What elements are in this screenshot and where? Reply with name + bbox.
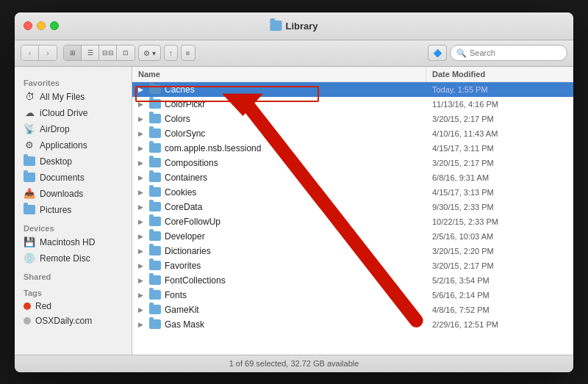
file-date-cell: 3/20/15, 2:17 PM bbox=[426, 113, 573, 125]
hard-disk-icon: 💾 bbox=[24, 236, 35, 248]
table-row[interactable]: ▶ Gas Mask 2/29/16, 12:51 PM bbox=[132, 317, 573, 332]
table-row[interactable]: ▶ Compositions 3/20/15, 2:17 PM bbox=[132, 156, 573, 170]
file-name-cell: ▶ Cookies bbox=[132, 186, 426, 199]
file-date-cell: 4/10/16, 11:43 AM bbox=[426, 128, 573, 140]
window-title: Library bbox=[270, 21, 318, 32]
name-column-header[interactable]: Name bbox=[132, 67, 426, 81]
table-row[interactable]: ▶ com.apple.nsb.lsessiond 4/15/17, 3:11 … bbox=[132, 141, 573, 156]
table-row[interactable]: ▶ Colors 3/20/15, 2:17 PM bbox=[132, 112, 573, 126]
shared-label: Shared bbox=[15, 267, 132, 283]
chevron-right-icon: ▶ bbox=[138, 203, 146, 211]
search-icon: 🔍 bbox=[456, 48, 467, 58]
table-row[interactable]: ▶ Caches Today, 1:55 PM bbox=[132, 82, 573, 97]
path-button[interactable]: ≡ bbox=[181, 45, 196, 61]
table-row[interactable]: ▶ CoreFollowUp 10/22/15, 2:33 PM bbox=[132, 214, 573, 229]
chevron-right-icon: ▶ bbox=[138, 277, 146, 284]
file-date-cell: 9/30/15, 2:33 PM bbox=[426, 201, 573, 213]
table-row[interactable]: ▶ Cookies 4/15/17, 3:13 PM bbox=[132, 185, 573, 200]
sidebar-item-all-my-files[interactable]: ⏱ All My Files bbox=[15, 89, 132, 105]
sidebar-item-tag-osxdaily[interactable]: OSXDaily.com bbox=[15, 314, 132, 328]
file-name-cell: ▶ com.apple.nsb.lsessiond bbox=[132, 142, 426, 155]
minimize-button[interactable] bbox=[37, 21, 46, 30]
column-view-button[interactable]: ⊟⊟ bbox=[99, 46, 117, 60]
file-name-cell: ▶ Gas Mask bbox=[132, 318, 426, 331]
maximize-button[interactable] bbox=[50, 21, 59, 30]
toolbar: ‹ › ⊞ ☰ ⊟⊟ ⊡ ⚙ ▾ ↑ ≡ 🔷 🔍 bbox=[15, 40, 573, 67]
table-row[interactable]: ▶ CoreData 9/30/15, 2:33 PM bbox=[132, 200, 573, 214]
folder-icon bbox=[149, 84, 161, 94]
icon-view-button[interactable]: ⊞ bbox=[64, 46, 82, 60]
file-name-cell: ▶ Developer bbox=[132, 230, 426, 243]
chevron-right-icon: ▶ bbox=[138, 218, 146, 225]
folder-icon bbox=[149, 246, 161, 256]
chevron-right-icon: ▶ bbox=[138, 262, 146, 269]
downloads-icon: 📥 bbox=[24, 188, 35, 200]
search-input[interactable] bbox=[470, 48, 561, 57]
close-button[interactable] bbox=[24, 21, 32, 30]
content-area: Favorites ⏱ All My Files ☁ iCloud Drive … bbox=[15, 67, 573, 355]
table-row[interactable]: ▶ ColorPickr 11/13/16, 4:16 PM bbox=[132, 97, 573, 112]
chevron-right-icon: ▶ bbox=[138, 306, 146, 314]
folder-icon bbox=[149, 99, 161, 109]
action-button[interactable]: ⚙ ▾ bbox=[138, 45, 161, 61]
file-name-cell: ▶ Fonts bbox=[132, 289, 426, 302]
sidebar-item-applications[interactable]: ⚙ Applications bbox=[15, 137, 132, 153]
sidebar-item-tag-red[interactable]: Red bbox=[15, 299, 132, 314]
table-row[interactable]: ▶ FontCollections 5/2/16, 3:54 PM bbox=[132, 273, 573, 288]
folder-icon bbox=[270, 21, 282, 31]
file-date-cell: 4/15/17, 3:11 PM bbox=[426, 142, 573, 154]
table-row[interactable]: ▶ Dictionaries 3/20/15, 2:20 PM bbox=[132, 244, 573, 258]
applications-icon: ⚙ bbox=[24, 140, 35, 151]
folder-icon bbox=[149, 187, 161, 197]
sidebar-item-downloads[interactable]: 📥 Downloads bbox=[15, 186, 132, 202]
sidebar-item-pictures[interactable]: Pictures bbox=[15, 202, 132, 218]
file-list: Name Date Modified ▶ Caches Today, 1:55 … bbox=[132, 67, 573, 355]
file-name-cell: ▶ GameKit bbox=[132, 303, 426, 316]
file-name-cell: ▶ Caches bbox=[132, 83, 426, 96]
file-date-cell: 3/20/15, 2:17 PM bbox=[426, 157, 573, 169]
folder-icon bbox=[149, 305, 161, 314]
folder-icon bbox=[149, 231, 161, 241]
file-name-cell: ▶ Containers bbox=[132, 171, 426, 184]
table-row[interactable]: ▶ GameKit 4/8/16, 7:52 PM bbox=[132, 303, 573, 317]
search-box[interactable]: 🔍 bbox=[450, 45, 567, 61]
table-row[interactable]: ▶ Fonts 5/6/16, 2:14 PM bbox=[132, 288, 573, 303]
sidebar-item-desktop[interactable]: Desktop bbox=[15, 153, 132, 170]
forward-button[interactable]: › bbox=[39, 46, 57, 60]
file-list-header: Name Date Modified bbox=[132, 67, 573, 82]
chevron-right-icon: ▶ bbox=[138, 321, 146, 328]
chevron-right-icon: ▶ bbox=[138, 247, 146, 255]
nav-buttons[interactable]: ‹ › bbox=[21, 45, 57, 61]
sidebar-item-documents[interactable]: Documents bbox=[15, 170, 132, 186]
sidebar-item-remote-disc[interactable]: 💿 Remote Disc bbox=[15, 250, 132, 267]
folder-icon bbox=[149, 202, 161, 211]
clock-icon: ⏱ bbox=[24, 91, 35, 103]
desktop-folder-icon bbox=[24, 156, 35, 167]
table-row[interactable]: ▶ Containers 6/8/16, 9:31 AM bbox=[132, 170, 573, 185]
file-date-cell: 6/8/16, 9:31 AM bbox=[426, 172, 573, 184]
folder-icon bbox=[149, 290, 161, 300]
folder-icon bbox=[149, 173, 161, 182]
list-view-button[interactable]: ☰ bbox=[82, 46, 99, 60]
devices-label: Devices bbox=[15, 218, 132, 234]
sidebar: Favorites ⏱ All My Files ☁ iCloud Drive … bbox=[15, 67, 132, 355]
view-buttons: ⊞ ☰ ⊟⊟ ⊡ bbox=[63, 45, 135, 61]
folder-icon bbox=[149, 143, 161, 153]
date-column-header[interactable]: Date Modified bbox=[426, 67, 573, 81]
table-row[interactable]: ▶ ColorSync 4/10/16, 11:43 AM bbox=[132, 126, 573, 141]
sidebar-item-airdrop[interactable]: 📡 AirDrop bbox=[15, 121, 132, 137]
titlebar: Library bbox=[15, 12, 573, 40]
sidebar-item-macintosh-hd[interactable]: 💾 Macintosh HD bbox=[15, 234, 132, 250]
status-bar: 1 of 69 selected, 32.72 GB available bbox=[15, 355, 573, 372]
dropbox-button[interactable]: 🔷 bbox=[428, 45, 447, 61]
table-row[interactable]: ▶ Favorites 3/20/15, 2:17 PM bbox=[132, 258, 573, 273]
table-row[interactable]: ▶ Developer 2/5/16, 10:03 AM bbox=[132, 229, 573, 244]
cover-flow-button[interactable]: ⊡ bbox=[117, 46, 135, 60]
finder-window: Library ‹ › ⊞ ☰ ⊟⊟ ⊡ ⚙ ▾ ↑ ≡ 🔷 🔍 bbox=[15, 12, 573, 372]
file-date-cell: 2/5/16, 10:03 AM bbox=[426, 231, 573, 242]
share-button[interactable]: ↑ bbox=[164, 45, 178, 61]
favorites-label: Favorites bbox=[15, 73, 132, 89]
back-button[interactable]: ‹ bbox=[21, 46, 39, 60]
sidebar-item-icloud-drive[interactable]: ☁ iCloud Drive bbox=[15, 105, 132, 121]
chevron-right-icon: ▶ bbox=[138, 86, 146, 93]
